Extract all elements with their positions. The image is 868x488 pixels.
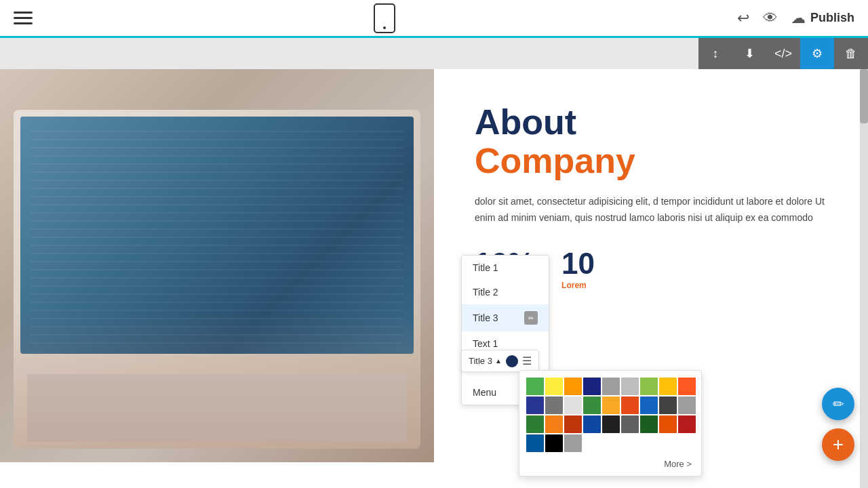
text-align-icon[interactable]: ☰	[522, 354, 532, 367]
color-swatch-22[interactable]	[602, 415, 620, 433]
top-bar-right: ↩ 👁 ☁ Publish	[737, 9, 854, 27]
laptop-visual	[14, 110, 420, 449]
text-color-swatch[interactable]	[506, 355, 518, 367]
stat-number-2: 10	[561, 247, 595, 281]
color-swatch-21[interactable]	[583, 415, 601, 433]
color-swatch-8[interactable]	[678, 378, 696, 395]
color-swatch-27[interactable]	[526, 434, 544, 452]
color-swatch-16[interactable]	[659, 396, 677, 414]
color-swatch-17[interactable]	[678, 396, 696, 414]
preview-eye-icon[interactable]: 👁	[763, 9, 778, 27]
style-selector-label: Title 3	[469, 356, 492, 366]
fab-edit-button[interactable]: ✏	[822, 388, 854, 420]
edit-pen-icon[interactable]: ✏	[524, 311, 538, 325]
color-grid	[526, 378, 694, 452]
style-selector-arrow: ▲	[495, 357, 502, 365]
color-swatch-15[interactable]	[640, 396, 658, 414]
scroll-indicator[interactable]	[860, 69, 868, 488]
stat-item-2: 10 Lorem	[561, 247, 595, 290]
format-bar: Title 3 ▲ ☰	[461, 350, 539, 372]
color-swatch-9[interactable]	[526, 396, 544, 414]
fab-add-icon: +	[833, 434, 844, 455]
dropdown-item-title3[interactable]: Title 3 ✏	[462, 304, 549, 331]
canvas-area: About Company dolor sit amet, consectetu…	[0, 38, 868, 488]
color-picker-panel: More >	[519, 370, 702, 476]
color-swatch-26[interactable]	[678, 415, 696, 433]
company-heading: Company	[475, 142, 827, 180]
cloud-icon: ☁	[791, 10, 805, 26]
page-content: About Company dolor sit amet, consectetu…	[0, 69, 868, 488]
stat-label-2: Lorem	[561, 281, 595, 290]
more-colors-link[interactable]: More >	[526, 459, 694, 469]
publish-button[interactable]: ☁ Publish	[791, 10, 854, 26]
style-selector[interactable]: Title 3 ▲	[469, 356, 502, 366]
color-swatch-4[interactable]	[602, 378, 620, 395]
color-swatch-24[interactable]	[640, 415, 658, 433]
about-body-text: dolor sit amet, consectetur adipisicing …	[475, 194, 827, 226]
color-swatch-6[interactable]	[640, 378, 658, 395]
hand-overlay	[14, 313, 420, 449]
mobile-preview-icon[interactable]	[374, 3, 395, 33]
color-swatch-2[interactable]	[564, 378, 582, 395]
dropdown-item-title3-label: Title 3	[473, 312, 498, 323]
dropdown-item-title2[interactable]: Title 2	[462, 280, 549, 304]
color-swatch-28[interactable]	[545, 434, 563, 452]
publish-label: Publish	[810, 11, 854, 25]
color-swatch-12[interactable]	[583, 396, 601, 414]
section-image	[0, 69, 434, 462]
about-section: About Company dolor sit amet, consectetu…	[0, 69, 868, 462]
color-swatch-1[interactable]	[545, 378, 563, 395]
download-button[interactable]: ⬇	[732, 38, 766, 69]
color-swatch-3[interactable]	[583, 378, 601, 395]
delete-button[interactable]: 🗑	[834, 38, 868, 69]
secondary-toolbar: ↕ ⬇ </> ⚙ 🗑	[698, 38, 868, 69]
color-swatch-11[interactable]	[564, 396, 582, 414]
color-swatch-20[interactable]	[564, 415, 582, 433]
fab-edit-icon: ✏	[833, 396, 844, 412]
color-swatch-7[interactable]	[659, 378, 677, 395]
code-button[interactable]: </>	[766, 38, 800, 69]
color-swatch-10[interactable]	[545, 396, 563, 414]
color-swatch-29[interactable]	[564, 434, 582, 452]
settings-button[interactable]: ⚙	[800, 38, 834, 69]
color-swatch-13[interactable]	[602, 396, 620, 414]
color-swatch-23[interactable]	[621, 415, 639, 433]
top-bar-left	[14, 12, 33, 24]
move-up-down-button[interactable]: ↕	[698, 38, 732, 69]
color-swatch-0[interactable]	[526, 378, 544, 395]
color-swatch-5[interactable]	[621, 378, 639, 395]
top-bar-center	[374, 3, 395, 33]
hamburger-icon[interactable]	[14, 12, 33, 24]
dropdown-item-title1[interactable]: Title 1	[462, 256, 549, 280]
color-swatch-25[interactable]	[659, 415, 677, 433]
top-bar: ↩ 👁 ☁ Publish	[0, 0, 868, 38]
color-swatch-18[interactable]	[526, 415, 544, 433]
color-swatch-19[interactable]	[545, 415, 563, 433]
undo-icon[interactable]: ↩	[737, 9, 749, 27]
color-swatch-14[interactable]	[621, 396, 639, 414]
about-heading: About	[475, 103, 827, 142]
scroll-thumb	[860, 69, 868, 123]
fab-add-button[interactable]: +	[822, 428, 854, 461]
